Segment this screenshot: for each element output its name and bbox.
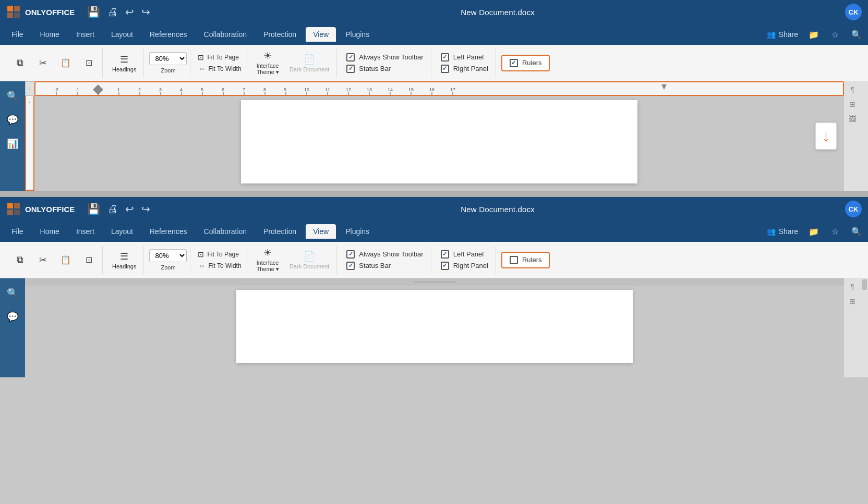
always-show-toolbar-check[interactable]: Always Show Toolbar: [346, 53, 423, 62]
table-icon-top[interactable]: ⊞: [849, 100, 855, 108]
menu-file[interactable]: File: [4, 27, 31, 42]
copy-icon: ⧉: [17, 57, 23, 68]
right-panel-checkbox-bottom[interactable]: [441, 262, 449, 270]
menu-plugins[interactable]: Plugins: [338, 27, 377, 42]
select-button[interactable]: ⊡: [78, 56, 99, 70]
section-divider: [0, 191, 868, 197]
folder-icon-bottom[interactable]: 📁: [806, 225, 821, 239]
pilcrow-icon-bottom[interactable]: ¶: [850, 282, 854, 291]
search-icon-menu[interactable]: 🔍: [849, 28, 864, 42]
save-icon[interactable]: 💾: [87, 6, 100, 18]
right-panel-check-bottom[interactable]: Right Panel: [441, 262, 488, 270]
menu-home-bottom[interactable]: Home: [33, 224, 67, 239]
right-panel-check[interactable]: Right Panel: [441, 65, 488, 73]
copy-button-bottom[interactable]: ⧉: [9, 252, 30, 267]
fit-to-page-button[interactable]: ⊡ Fit To Page: [196, 52, 243, 63]
sidebar-search-top[interactable]: 🔍: [3, 87, 22, 105]
menu-view[interactable]: View: [306, 27, 336, 42]
sidebar-search-bottom[interactable]: 🔍: [3, 284, 22, 302]
dark-document-button-bottom[interactable]: 📄 Dark Document: [285, 249, 333, 272]
headings-button-bottom[interactable]: ☰ Headings: [108, 249, 140, 272]
fit-to-page-label-bottom: Fit To Page: [207, 251, 238, 258]
always-show-toolbar-check-bottom[interactable]: Always Show Toolbar: [346, 250, 423, 259]
user-avatar[interactable]: CK: [845, 4, 862, 20]
select-button-bottom[interactable]: ⊡: [78, 253, 99, 267]
fit-to-width-button-bottom[interactable]: ↔ Fit To Width: [196, 261, 243, 271]
menu-protection[interactable]: Protection: [256, 27, 304, 42]
left-panel-check[interactable]: Left Panel: [441, 53, 488, 62]
folder-icon[interactable]: 📁: [806, 28, 821, 42]
left-panel-checkbox-bottom[interactable]: [441, 250, 449, 259]
paste-button[interactable]: 📋: [55, 56, 76, 70]
scrollbar-bottom[interactable]: [861, 278, 868, 377]
rulers-button-top[interactable]: Rulers: [501, 55, 550, 71]
cut-button-bottom[interactable]: ✂: [32, 252, 53, 268]
always-show-toolbar-checkbox-bottom[interactable]: [346, 250, 355, 259]
sidebar-comment-top[interactable]: 💬: [3, 110, 22, 129]
zoom-select-bottom[interactable]: 80% 100%: [149, 249, 187, 262]
menu-file-bottom[interactable]: File: [4, 224, 31, 239]
menu-layout[interactable]: Layout: [104, 27, 140, 42]
sidebar-comment-bottom[interactable]: 💬: [3, 308, 22, 326]
sidebar-table-top[interactable]: 📊: [3, 134, 22, 153]
always-show-toolbar-checkbox[interactable]: [346, 53, 355, 62]
status-bar-checkbox-bottom[interactable]: [346, 262, 355, 270]
document-title: New Document.docx: [159, 8, 837, 17]
rulers-checkbox-bottom[interactable]: [510, 256, 518, 264]
dark-document-button[interactable]: 📄 Dark Document: [285, 52, 333, 75]
status-bar-checkbox[interactable]: [346, 65, 355, 73]
undo-icon[interactable]: ↩: [125, 6, 134, 18]
copy-button[interactable]: ⧉: [9, 55, 30, 70]
interface-theme-label: InterfaceTheme ▾: [257, 63, 279, 76]
menu-collaboration[interactable]: Collaboration: [197, 27, 255, 42]
ruler-corner-top: L: [25, 81, 34, 96]
print-icon[interactable]: 🖨: [107, 6, 118, 18]
interface-theme-button[interactable]: ☀ InterfaceTheme ▾: [252, 48, 283, 78]
menu-collaboration-bottom[interactable]: Collaboration: [197, 224, 255, 239]
rulers-button-bottom[interactable]: Rulers: [501, 252, 550, 268]
user-avatar-bottom[interactable]: CK: [845, 201, 862, 217]
cut-button[interactable]: ✂: [32, 55, 53, 71]
document-page-top[interactable]: [241, 100, 637, 183]
share-button-bottom[interactable]: 👥 Share: [767, 227, 798, 236]
redo-icon[interactable]: ↪: [141, 6, 150, 18]
table-icon-bottom[interactable]: ⊞: [849, 297, 855, 305]
left-panel-checkbox[interactable]: [441, 53, 449, 62]
print-icon-bottom[interactable]: 🖨: [107, 203, 118, 215]
menu-plugins-bottom[interactable]: Plugins: [338, 224, 377, 239]
right-panel-checkbox[interactable]: [441, 65, 449, 73]
star-icon-bottom[interactable]: ☆: [829, 225, 841, 239]
menu-insert-bottom[interactable]: Insert: [69, 224, 102, 239]
paste-button-bottom[interactable]: 📋: [55, 253, 76, 267]
menu-insert[interactable]: Insert: [69, 27, 102, 42]
fit-to-page-button-bottom[interactable]: ⊡ Fit To Page: [196, 249, 243, 260]
scrollbar-top[interactable]: [861, 81, 868, 191]
save-icon-bottom[interactable]: 💾: [87, 203, 100, 215]
menu-protection-bottom[interactable]: Protection: [256, 224, 304, 239]
menu-view-bottom[interactable]: View: [306, 224, 336, 239]
headings-button[interactable]: ☰ Headings: [108, 52, 140, 75]
status-bar-check[interactable]: Status Bar: [346, 65, 423, 73]
zoom-select[interactable]: 80% 100% 125% 150%: [149, 52, 187, 65]
search-icon-menu-bottom[interactable]: 🔍: [849, 225, 864, 239]
menu-home[interactable]: Home: [33, 27, 67, 42]
fit-to-width-button[interactable]: ↔ Fit To Width: [196, 64, 243, 74]
image-icon-top[interactable]: 🖼: [849, 115, 856, 123]
scrollbar-thumb-bottom[interactable]: [862, 279, 867, 290]
redo-icon-bottom[interactable]: ↪: [141, 203, 150, 215]
left-panel-check-bottom[interactable]: Left Panel: [441, 250, 488, 259]
star-icon[interactable]: ☆: [829, 28, 841, 42]
rulers-checkbox-top[interactable]: [510, 59, 518, 67]
interface-theme-button-bottom[interactable]: ☀ InterfaceTheme ▾: [252, 245, 283, 275]
share-button[interactable]: 👥 Share: [767, 30, 798, 39]
undo-icon-bottom[interactable]: ↩: [125, 203, 134, 215]
pilcrow-icon-top[interactable]: ¶: [850, 85, 854, 94]
main-doc-bottom: [25, 278, 844, 377]
menu-references-bottom[interactable]: References: [142, 224, 195, 239]
share-icon: 👥: [767, 30, 776, 39]
check-group-1-bottom: Always Show Toolbar Status Bar: [342, 248, 427, 272]
status-bar-check-bottom[interactable]: Status Bar: [346, 262, 423, 270]
document-page-bottom[interactable]: [236, 290, 633, 363]
menu-layout-bottom[interactable]: Layout: [104, 224, 140, 239]
menu-references[interactable]: References: [142, 27, 195, 42]
